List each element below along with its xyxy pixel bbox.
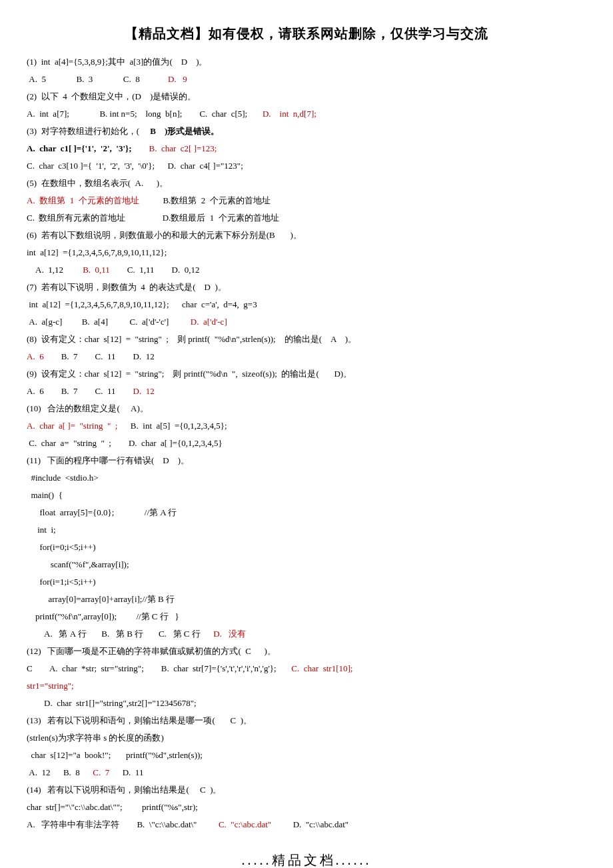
q1-options: A. 5 B. 3 C. 8 D. 9 xyxy=(27,71,586,88)
q5-line-ab: A. 数组第 1 个元素的首地址 B.数组第 2 个元素的首地址 xyxy=(27,192,586,209)
page-header: 【精品文档】如有侵权，请联系网站删除，仅供学习与交流 xyxy=(27,20,586,47)
q10-opt-b: B. int a[5] ={0,1,2,3,4,5}; xyxy=(131,421,227,431)
q6-opt-b: B. 0,11 xyxy=(83,265,110,275)
q1-opt-c: C. 8 xyxy=(123,74,140,84)
q7-opt-d: D. a['d'-c] xyxy=(191,317,227,327)
q11-code-4: for(i=0;i<5;i++) xyxy=(27,539,586,556)
q10-stem: (10) 合法的数组定义是( A)。 xyxy=(27,400,586,417)
q5-opt-b: B.数组第 2 个元素的首地址 xyxy=(163,195,270,205)
q11-options: A. 第 A 行 B. 第 B 行 C. 第 C 行 D. 没有 xyxy=(27,625,586,643)
q3-opt-c: C. char c3[10 ]={ '1', '2', '3', '\0'}; xyxy=(27,161,155,171)
q13-decl: char s[12]="a book!"; printf("%d",strlen… xyxy=(27,747,586,764)
q10-opt-d: D. char a[ ]={0,1,2,3,4,5} xyxy=(129,438,223,448)
q10-line-ab: A. char a[ ]= "string " ; B. int a[5] ={… xyxy=(27,417,586,435)
q2-stem: (2) 以下 4 个数组定义中，(D )是错误的。 xyxy=(27,88,586,105)
q5-opt-d: D.数组最后 1 个元素的首地址 xyxy=(163,213,279,223)
q3-stem-a: (3) 对字符数组进行初始化，( xyxy=(27,126,139,136)
q1-opt-b: B. 3 xyxy=(76,74,93,84)
q3-stem-b: B xyxy=(150,126,156,136)
q14-decl: char str[]="\"c:\\abc.dat\""; printf("%s… xyxy=(27,799,586,816)
q7-opt-a: A. a[g-c] xyxy=(27,317,62,327)
q6-options: A. 1,12 B. 0,11 C. 1,11 D. 0,12 xyxy=(27,261,586,279)
q8-opt-c: C. 11 xyxy=(95,351,116,361)
q5-stem: (5) 在数组中，数组名表示( A. )。 xyxy=(27,175,586,192)
q5-opt-c: C. 数组所有元素的首地址 xyxy=(27,213,125,223)
q7-opt-c: C. a['d'-'c'] xyxy=(130,317,169,327)
q8-options: A. 6 B. 7 C. 11 D. 12 xyxy=(27,348,586,365)
q12-opt-a: A. char *str; str="string"; xyxy=(49,663,144,673)
q3-stem: (3) 对字符数组进行初始化，( B )形式是错误。 xyxy=(27,123,586,140)
q8-stem: (8) 设有定义：char s[12] = "string" ; 则 print… xyxy=(27,331,586,348)
q12-opt-c-a: C. char str1[10]; xyxy=(291,663,352,673)
q12-opt-d: D. char str1[]="string",str2[]="12345678… xyxy=(27,695,586,712)
q11-opt-a: A. 第 A 行 xyxy=(44,629,87,639)
q13-opt-c: C. 7 xyxy=(93,767,109,777)
q7-opt-b: B. a[4] xyxy=(82,317,108,327)
q3-line-cd: C. char c3[10 ]={ '1', '2', '3', '\0'}; … xyxy=(27,157,586,175)
q11-code-8: printf("%f\n",array[0]); //第 C 行 } xyxy=(27,608,586,625)
q14-opt-d: D. "c:\\abc.dat" xyxy=(293,819,349,829)
q11-code-2: float array[5]={0.0}; //第 A 行 xyxy=(27,504,586,521)
q6-opt-d: D. 0,12 xyxy=(172,265,200,275)
q5-line-cd: C. 数组所有元素的首地址 D.数组最后 1 个元素的首地址 xyxy=(27,209,586,227)
q11-opt-d: D. 没有 xyxy=(213,629,245,639)
q7-stem: (7) 若有以下说明，则数值为 4 的表达式是( D )。 xyxy=(27,279,586,296)
q6-opt-c: C. 1,11 xyxy=(127,265,155,275)
q10-line-cd: C. char a= "string " ; D. char a[ ]={0,1… xyxy=(27,435,586,452)
q12-opt-c-b: str1="string"; xyxy=(27,677,586,695)
q3-line-ab: A. char c1[ ]={'1', '2', '3'}; B. char c… xyxy=(27,140,586,157)
q14-stem: (14) 若有以下说明和语句，则输出结果是( C )。 xyxy=(27,781,586,799)
q3-stem-c: )形式是错误。 xyxy=(165,126,219,136)
page-footer: .....精品文档...... xyxy=(27,847,586,868)
q6-decl: int a[12] ={1,2,3,4,5,6,7,8,9,10,11,12}; xyxy=(27,244,586,261)
q9-opt-d: D. 12 xyxy=(133,386,155,396)
q5-opt-a: A. 数组第 1 个元素的首地址 xyxy=(27,195,139,205)
q7-options: A. a[g-c] B. a[4] C. a['d'-'c'] D. a['d'… xyxy=(27,313,586,331)
q8-opt-a: A. 6 xyxy=(27,351,44,361)
q11-opt-b: B. 第 B 行 xyxy=(101,629,143,639)
q7-decl: int a[12] ={1,2,3,4,5,6,7,8,9,10,11,12};… xyxy=(27,296,586,313)
q14-options: A. 字符串中有非法字符 B. \"c:\\abc.dat\" C. "c:\a… xyxy=(27,816,586,833)
q13-note: (strlen(s)为求字符串 s 的长度的函数) xyxy=(27,729,586,747)
q11-code-6: for(i=1;i<5;i++) xyxy=(27,573,586,591)
q2-opt-a: A. int a[7]; xyxy=(27,109,69,119)
q6-opt-a: A. 1,12 xyxy=(35,265,63,275)
q13-options: A. 12 B. 8 C. 7 D. 11 xyxy=(27,764,586,781)
q12-stem: (12) 下面哪一项是不正确的字符串赋值或赋初值的方式( C )。 xyxy=(27,643,586,660)
q6-stem: (6) 若有以下数组说明，则数值最小的和最大的元素下标分别是(B )。 xyxy=(27,227,586,244)
q9-opt-b: B. 7 xyxy=(61,386,78,396)
q11-stem: (11) 下面的程序中哪一行有错误( D )。 xyxy=(27,452,586,469)
q1-opt-a: A. 5 xyxy=(27,74,46,84)
q11-opt-c: C. 第 C 行 xyxy=(159,629,201,639)
q14-opt-a: A. 字符串中有非法字符 xyxy=(27,819,119,829)
q1-opt-d: D. 9 xyxy=(168,74,187,84)
q9-opt-a: A. 6 xyxy=(27,386,44,396)
q9-options: A. 6 B. 7 C. 11 D. 12 xyxy=(27,383,586,400)
q13-stem: (13) 若有以下说明和语句，则输出结果是哪一项( C )。 xyxy=(27,712,586,729)
q11-code-0: #include <stdio.h> xyxy=(27,469,586,487)
q8-opt-d: D. 12 xyxy=(133,351,155,361)
q9-stem: (9) 设有定义：char s[12] = "string"; 则 printf… xyxy=(27,365,586,383)
q11-code-3: int i; xyxy=(27,521,586,539)
q8-opt-b: B. 7 xyxy=(61,351,78,361)
q12-line2: C A. char *str; str="string"; B. char st… xyxy=(27,660,586,677)
q2-opt-c: C. char c[5]; xyxy=(199,109,247,119)
q3-opt-b: B. char c2[ ]=123; xyxy=(149,143,217,153)
q1-stem: (1) int a[4]={5,3,8,9};其中 a[3]的值为( D )。 xyxy=(27,53,586,71)
q11-code-7: array[0]=array[0]+array[i];//第 B 行 xyxy=(27,591,586,608)
q3-opt-a: A. char c1[ ]={'1', '2', '3'}; xyxy=(27,143,132,153)
q2-opt-d: D. int n,d[7]; xyxy=(263,109,316,119)
q2-opt-b: B. int n=5; long b[n]; xyxy=(99,109,182,119)
q14-opt-c: C. "c:\abc.dat" xyxy=(219,819,271,829)
q13-opt-d: D. 11 xyxy=(123,767,144,777)
q2-options: A. int a[7]; B. int n=5; long b[n]; C. c… xyxy=(27,105,586,123)
q9-opt-c: C. 11 xyxy=(95,386,116,396)
q10-opt-c: C. char a= "string " ; xyxy=(27,438,111,448)
q3-opt-d: D. char c4[ ]="123"; xyxy=(168,161,243,171)
q14-opt-b: B. \"c:\\abc.dat\" xyxy=(137,819,197,829)
q12-opt-b: B. char str[7]={'s','t','r','i','n','g'}… xyxy=(161,663,277,673)
q10-opt-a: A. char a[ ]= "string " ; xyxy=(27,421,117,431)
q12-c-marker: C xyxy=(27,663,33,673)
q13-opt-b: B. 8 xyxy=(63,767,80,777)
q13-opt-a: A. 12 xyxy=(27,767,50,777)
